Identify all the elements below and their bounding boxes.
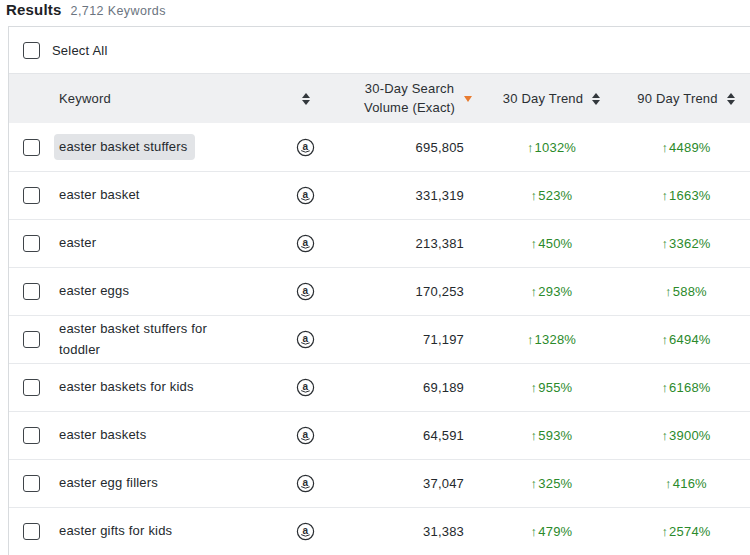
row-checkbox[interactable] — [23, 235, 40, 252]
trend-90-value: ↑ 588% — [619, 284, 750, 299]
amazon-icon[interactable]: a — [296, 330, 315, 349]
trend-up-icon: ↑ — [531, 380, 538, 395]
search-volume-value: 31,383 — [324, 524, 484, 539]
row-checkbox[interactable] — [23, 187, 40, 204]
trend-up-icon: ↑ — [661, 428, 668, 443]
amazon-icon[interactable]: a — [296, 474, 315, 493]
trend-up-icon: ↑ — [661, 140, 668, 155]
sort-arrows-icon[interactable] — [302, 93, 310, 105]
trend-90-value: ↑ 416% — [619, 476, 750, 491]
table-row: easter basket a 331,319 ↑ 523% ↑ 1663% — [9, 171, 750, 219]
table-row: easter basket stuffers for toddler a 71,… — [9, 315, 750, 363]
row-checkbox[interactable] — [23, 379, 40, 396]
trend-up-icon: ↑ — [661, 236, 668, 251]
svg-text:a: a — [302, 237, 308, 248]
table-row: easter basket stuffers a 695,805 ↑ 1032%… — [9, 123, 750, 171]
trend-up-icon: ↑ — [531, 188, 538, 203]
trend-30-value: ↑ 593% — [484, 428, 619, 443]
trend-up-icon: ↑ — [531, 524, 538, 539]
search-volume-value: 71,197 — [324, 332, 484, 347]
amazon-icon[interactable]: a — [296, 522, 315, 541]
search-volume-value: 213,381 — [324, 236, 484, 251]
svg-text:a: a — [302, 525, 308, 536]
keyword-text[interactable]: easter eggs — [59, 281, 129, 301]
amazon-icon[interactable]: a — [296, 426, 315, 445]
svg-text:a: a — [302, 141, 308, 152]
trend90-header-label: 90 Day Trend — [637, 91, 717, 106]
sort-desc-icon[interactable] — [464, 96, 472, 102]
keyword-text[interactable]: easter egg fillers — [59, 473, 158, 493]
row-checkbox[interactable] — [23, 331, 40, 348]
table-row: easter baskets for kids a 69,189 ↑ 955% … — [9, 363, 750, 411]
keyword-text[interactable]: easter basket — [59, 185, 140, 205]
trend-up-icon: ↑ — [531, 236, 538, 251]
row-checkbox[interactable] — [23, 427, 40, 444]
trend-90-value: ↑ 2574% — [619, 524, 750, 539]
table-row: easter gifts for kids a 31,383 ↑ 479% ↑ … — [9, 507, 750, 555]
trend-30-value: ↑ 1032% — [484, 140, 619, 155]
amazon-icon[interactable]: a — [296, 234, 315, 253]
search-volume-value: 331,319 — [324, 188, 484, 203]
trend-90-value: ↑ 3362% — [619, 236, 750, 251]
trend-90-value: ↑ 4489% — [619, 140, 750, 155]
trend-up-icon: ↑ — [665, 284, 672, 299]
select-all-checkbox[interactable] — [23, 42, 40, 59]
svg-text:a: a — [302, 189, 308, 200]
trend-up-icon: ↑ — [531, 476, 538, 491]
results-header: Results 2,712 Keywords — [6, 1, 166, 18]
trend-90-value: ↑ 1663% — [619, 188, 750, 203]
row-checkbox[interactable] — [23, 139, 40, 156]
keyword-text[interactable]: easter basket stuffers for toddler — [59, 319, 241, 359]
trend-up-icon: ↑ — [531, 284, 538, 299]
trend-30-value: ↑ 1328% — [484, 332, 619, 347]
trend30-header-label: 30 Day Trend — [503, 91, 583, 106]
trend-30-value: ↑ 293% — [484, 284, 619, 299]
search-volume-value: 695,805 — [324, 140, 484, 155]
search-volume-value: 170,253 — [324, 284, 484, 299]
trend30-column-header[interactable]: 30 Day Trend — [484, 74, 619, 123]
trend-up-icon: ↑ — [661, 188, 668, 203]
row-checkbox[interactable] — [23, 523, 40, 540]
results-panel: Select All Keyword 30-Day Search Volume … — [8, 26, 750, 555]
trend-up-icon: ↑ — [527, 140, 534, 155]
amazon-icon[interactable]: a — [296, 138, 315, 157]
table-body: easter basket stuffers a 695,805 ↑ 1032%… — [9, 123, 750, 555]
select-all-bar: Select All — [9, 27, 750, 73]
trend-90-value: ↑ 3900% — [619, 428, 750, 443]
amazon-icon[interactable]: a — [296, 282, 315, 301]
table-header: Keyword 30-Day Search Volume (Exact) 30 … — [9, 73, 750, 123]
trend-90-value: ↑ 6168% — [619, 380, 750, 395]
trend-30-value: ↑ 325% — [484, 476, 619, 491]
sort-arrows-icon[interactable] — [727, 93, 735, 105]
svg-text:a: a — [302, 429, 308, 440]
row-checkbox[interactable] — [23, 475, 40, 492]
amazon-icon[interactable]: a — [296, 186, 315, 205]
keyword-column-header[interactable]: Keyword — [49, 74, 324, 123]
trend-90-value: ↑ 6494% — [619, 332, 750, 347]
volume-column-header[interactable]: 30-Day Search Volume (Exact) — [338, 74, 498, 123]
trend-up-icon: ↑ — [661, 380, 668, 395]
keyword-text[interactable]: easter baskets — [59, 425, 146, 445]
table-row: easter eggs a 170,253 ↑ 293% ↑ 588% — [9, 267, 750, 315]
trend-up-icon: ↑ — [665, 476, 672, 491]
trend90-column-header[interactable]: 90 Day Trend — [619, 74, 750, 123]
keyword-text[interactable]: easter baskets for kids — [59, 377, 194, 397]
search-volume-value: 69,189 — [324, 380, 484, 395]
table-row: easter baskets a 64,591 ↑ 593% ↑ 3900% — [9, 411, 750, 459]
trend-up-icon: ↑ — [661, 524, 668, 539]
search-volume-value: 37,047 — [324, 476, 484, 491]
keyword-count: 2,712 Keywords — [71, 4, 166, 18]
trend-up-icon: ↑ — [527, 332, 534, 347]
svg-text:a: a — [302, 285, 308, 296]
volume-header-label: 30-Day Search Volume (Exact) — [364, 80, 455, 117]
row-checkbox[interactable] — [23, 283, 40, 300]
table-row: easter a 213,381 ↑ 450% ↑ 3362% — [9, 219, 750, 267]
amazon-icon[interactable]: a — [296, 378, 315, 397]
sort-arrows-icon[interactable] — [592, 93, 600, 105]
keyword-text[interactable]: easter — [59, 233, 96, 253]
trend-30-value: ↑ 450% — [484, 236, 619, 251]
svg-text:a: a — [302, 381, 308, 392]
keyword-text[interactable]: easter gifts for kids — [59, 521, 172, 541]
keyword-text[interactable]: easter basket stuffers — [54, 134, 195, 160]
select-all-label: Select All — [52, 43, 107, 58]
